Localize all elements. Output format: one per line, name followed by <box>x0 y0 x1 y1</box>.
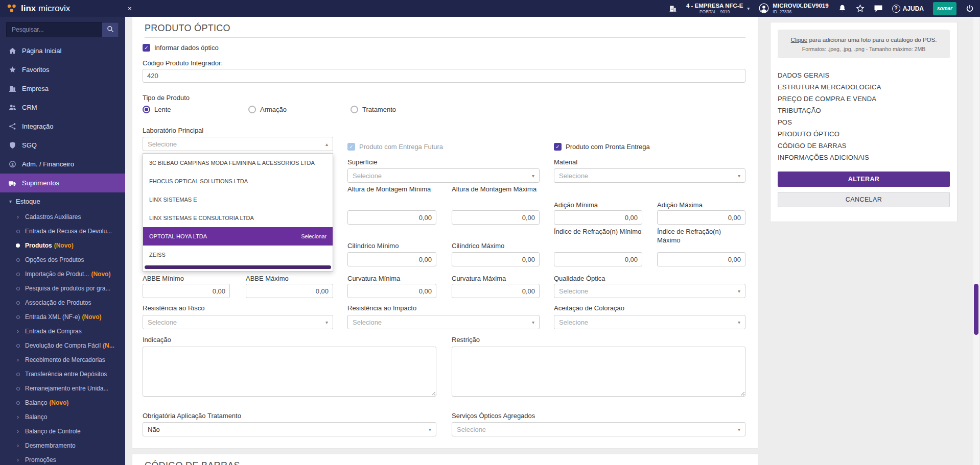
help-button[interactable]: ? AJUDA <box>892 5 924 13</box>
sidebar-item-suprimentos[interactable]: Suprimentos <box>0 174 125 192</box>
sidebar-subitem-devolucao-de-compra-facil-9[interactable]: Devolução de Compra Fácil(N... <box>0 338 125 353</box>
produto-pronta-entrega-checkbox[interactable]: ✓ Produto com Pronta Entrega <box>554 142 650 151</box>
restricao-textarea[interactable] <box>452 347 745 397</box>
curvatura-maxima-input[interactable] <box>452 284 540 298</box>
sidebar-item-empresa[interactable]: Empresa <box>0 79 125 98</box>
dropdown-option-label: 3C BILBAO CAMPINAS MODA FEMININA E ACESS… <box>149 160 315 166</box>
dropdown-horizontal-scrollbar[interactable] <box>145 265 331 269</box>
cilindrico-maximo-input[interactable] <box>452 252 540 266</box>
informar-dados-optico-checkbox[interactable]: ✓ Informar dados óptico <box>143 43 219 52</box>
sidebar-subitem-entrada-de-recusa-de-devolu-1[interactable]: Entrada de Recusa de Devolu... <box>0 224 125 238</box>
indice-refracao-maximo-input[interactable] <box>657 252 745 266</box>
codigo-produto-integrador-input[interactable] <box>143 69 745 83</box>
cancelar-button[interactable]: CANCELAR <box>778 192 950 207</box>
alterar-button[interactable]: ALTERAR <box>778 172 950 187</box>
sidebar-subitem-remanejamento-entre-unida-12[interactable]: Remanejamento entre Unida... <box>0 381 125 396</box>
page-scrollbar-thumb[interactable] <box>974 284 978 335</box>
panel-link-informacoes-adicionais[interactable]: INFORMAÇÕES ADICIONAIS <box>778 152 950 163</box>
chevron-down-icon: ▾ <box>9 199 12 204</box>
sidebar-item-pagina-inicial[interactable]: Página Inicial <box>0 41 125 60</box>
sidebar-item-adm-financeiro[interactable]: $Adm. / Financeiro <box>0 155 125 174</box>
tipo-produto-radio-lente[interactable]: Lente <box>143 105 171 114</box>
material-select[interactable]: Selecione▾ <box>554 168 745 183</box>
panel-link-pos[interactable]: POS <box>778 116 950 128</box>
panel-link-estrutura-mercadologica[interactable]: ESTRUTURA MERCADOLOGICA <box>778 81 950 93</box>
sidebar-item-favoritos[interactable]: Favoritos <box>0 60 125 79</box>
laboratorio-principal-select[interactable]: Selecione ▴ <box>143 137 333 151</box>
sidebar-item-estoque[interactable]: ▾ Estoque <box>0 192 125 210</box>
qualidade-optica-select[interactable]: Selecione▾ <box>554 284 745 298</box>
dropdown-option-optotal-hoya-ltda[interactable]: OPTOTAL HOYA LTDASelecionar <box>143 227 333 246</box>
indicacao-textarea[interactable] <box>143 347 436 397</box>
search-button[interactable] <box>102 22 119 37</box>
obrigatoria-aplicacao-tratamento-select[interactable]: Não▾ <box>143 422 436 436</box>
partner-somar-logo[interactable]: somar <box>933 2 956 15</box>
supplies-icon <box>8 179 16 187</box>
sidebar-subitem-importacao-de-produt-4[interactable]: Importação de Produt...(Novo) <box>0 267 125 281</box>
sidebar-subitem-desmembramento-16[interactable]: ›Desmembramento <box>0 438 125 453</box>
close-tab-icon[interactable]: × <box>128 0 132 17</box>
sidebar-item-sgq[interactable]: SGQ <box>0 136 125 155</box>
dropdown-option-linx-sistemas-e[interactable]: LINX SISTEMAS E <box>143 190 333 209</box>
altura-montagem-maxima-input[interactable] <box>452 210 540 225</box>
field-label: Restrição <box>452 335 745 344</box>
curvatura-minima-input[interactable] <box>347 284 436 298</box>
sidebar-subitem-balanco-13[interactable]: Balanço(Novo) <box>0 396 125 410</box>
radio-icon <box>351 106 358 113</box>
resistencia-risco-select[interactable]: Selecione▾ <box>143 315 333 329</box>
altura-montagem-minima-input[interactable] <box>347 210 436 225</box>
sidebar-subitem-entrada-xml-nf-e-7[interactable]: Entrada XML (NF-e)(Novo) <box>0 310 125 324</box>
aceitacao-coloracao-select[interactable]: Selecione▾ <box>554 315 745 329</box>
panel-link-preco-de-compra-e-venda[interactable]: PREÇO DE COMPRA E VENDA <box>778 93 950 105</box>
panel-link-codigo-de-barras[interactable]: CÓDIGO DE BARRAS <box>778 140 950 152</box>
dropdown-option-linx-sistemas-e-consultoria-ltda[interactable]: LINX SISTEMAS E CONSULTORIA LTDA <box>143 209 333 227</box>
select-value: Selecione <box>559 287 588 295</box>
adicao-maxima-input[interactable] <box>657 210 745 225</box>
tipo-produto-radio-armacao[interactable]: Armação <box>248 105 287 114</box>
superficie-select[interactable]: Selecione▾ <box>347 168 540 183</box>
photo-upload-link[interactable]: Clique <box>791 37 808 43</box>
dropdown-option-zeiss[interactable]: ZEISS <box>143 246 333 264</box>
brand[interactable]: linx microvix <box>0 4 70 14</box>
produto-entrega-futura-checkbox[interactable]: ✓ Produto com Entrega Futura <box>347 142 443 151</box>
sidebar-subitem-balanco-de-controle-15[interactable]: ›Balanço de Controle <box>0 424 125 438</box>
indice-refracao-minimo-input[interactable] <box>554 252 642 266</box>
dropdown-option-action[interactable]: Selecionar <box>301 233 326 239</box>
adicao-minima-input[interactable] <box>554 210 642 225</box>
sidebar-subitem-opcoes-dos-produtos-3[interactable]: Opções dos Produtos <box>0 253 125 267</box>
chat-icon[interactable] <box>874 4 883 13</box>
sidebar-subitem-transferencia-entre-depositos-11[interactable]: Transferência entre Depósitos <box>0 367 125 381</box>
search-input[interactable] <box>7 22 102 37</box>
power-logout-icon[interactable] <box>966 5 974 13</box>
tipo-produto-radio-tratamento[interactable]: Tratamento <box>351 105 396 114</box>
notifications-bell-icon[interactable] <box>838 4 847 13</box>
sidebar-subitem-balanco-14[interactable]: ›Balanço <box>0 410 125 424</box>
dropdown-option-fhocus-optical-solutions-ltda[interactable]: FHOCUS OPTICAL SOLUTIONS LTDA <box>143 172 333 190</box>
panel-link-dados-gerais[interactable]: DADOS GERAIS <box>778 69 950 81</box>
sidebar-item-integracao[interactable]: Integração <box>0 117 125 136</box>
sidebar-subitem-associacao-de-produtos-6[interactable]: Associação de Produtos <box>0 296 125 310</box>
store-icon[interactable] <box>669 5 677 13</box>
sidebar-subitem-entrada-de-compras-8[interactable]: ›Entrada de Compras <box>0 324 125 338</box>
panel-link-tributacao[interactable]: TRIBUTAÇÃO <box>778 105 950 116</box>
favorites-star-icon[interactable] <box>856 4 865 13</box>
page-scrollbar-track[interactable] <box>973 17 979 465</box>
sidebar-subitem-produtos-2[interactable]: Produtos(Novo) <box>0 238 125 253</box>
abbe-minimo-input[interactable] <box>143 284 230 298</box>
abbe-maximo-input[interactable] <box>246 284 333 298</box>
cilindrico-minimo-input[interactable] <box>347 252 436 266</box>
company-selector[interactable]: 4 - EMPRESA NFC-E PORTAL - 9019 ▾ <box>686 3 750 15</box>
servicos-opticos-agregados-select[interactable]: Selecione▾ <box>452 422 745 436</box>
sidebar-subitem-label: Recebimento de Mercadorias <box>25 356 105 363</box>
sidebar-subitem-pesquisa-de-produtos-por-gra-5[interactable]: Pesquisa de produtos por gra... <box>0 281 125 296</box>
sidebar-subitem-label: Associação de Produtos <box>25 299 91 306</box>
sidebar-subitem-cadastros-auxiliares-0[interactable]: ›Cadastros Auxiliares <box>0 210 125 224</box>
resistencia-impacto-select[interactable]: Selecione▾ <box>347 315 540 329</box>
sidebar-item-crm[interactable]: CRM <box>0 98 125 117</box>
user-menu[interactable]: MICROVIX.DEV9019 ID: 27836 <box>759 3 828 15</box>
dropdown-option-3c-bilbao-campinas-moda-feminina-e-acessorios-ltda[interactable]: 3C BILBAO CAMPINAS MODA FEMININA E ACESS… <box>143 154 333 172</box>
sidebar-subitem-promocoes-17[interactable]: ›Promoções <box>0 453 125 465</box>
panel-link-produto-optico[interactable]: PRODUTO ÓPTICO <box>778 128 950 140</box>
photo-upload-box[interactable]: Clique para adicionar uma foto para o ca… <box>778 30 950 58</box>
sidebar-subitem-recebimento-de-mercadorias-10[interactable]: ›Recebimento de Mercadorias <box>0 353 125 367</box>
